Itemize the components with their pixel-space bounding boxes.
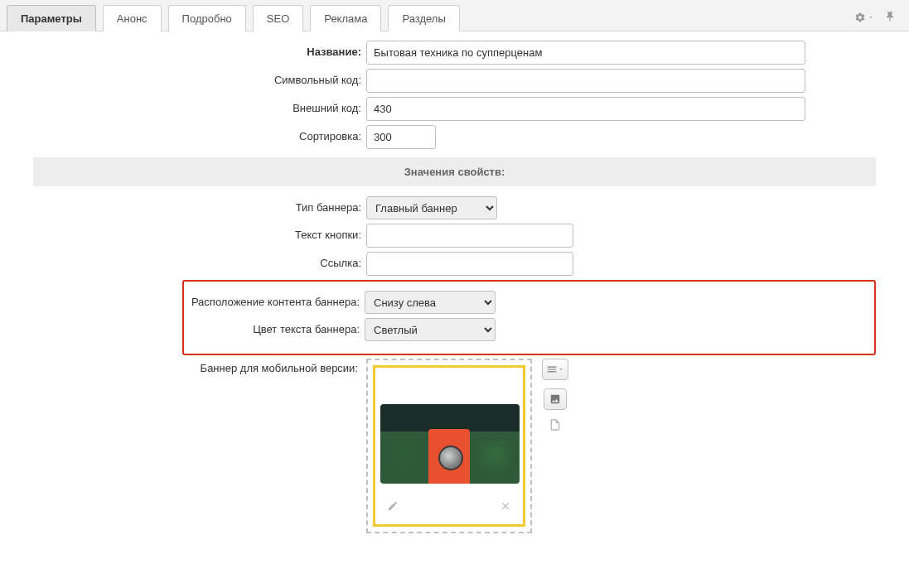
- banner-type-label: Тип баннера:: [0, 196, 366, 214]
- tabs-bar: Параметры Анонс Подробно SEO Реклама Раз…: [0, 0, 909, 31]
- banner-side-controls: [542, 359, 568, 435]
- pin-button[interactable]: [884, 11, 896, 25]
- banner-file-button[interactable]: [549, 418, 562, 435]
- text-color-select[interactable]: Светлый: [365, 318, 496, 341]
- menu-icon: [546, 364, 558, 375]
- banner-type-select[interactable]: Главный баннер: [366, 196, 497, 219]
- external-code-input[interactable]: [366, 97, 805, 121]
- banner-preview-frame: [373, 365, 525, 527]
- banner-menu-button[interactable]: [542, 359, 568, 380]
- settings-menu[interactable]: [854, 11, 874, 25]
- gear-icon: [854, 12, 866, 23]
- chevron-down-icon: [558, 366, 564, 373]
- delete-image-button[interactable]: [500, 500, 511, 514]
- button-text-label: Текст кнопки:: [0, 224, 366, 241]
- tab-seo[interactable]: SEO: [253, 5, 303, 31]
- tab-anons[interactable]: Анонс: [103, 5, 162, 31]
- mobile-banner-label: Баннер для мобильной версии:: [0, 359, 366, 374]
- mobile-banner-area: [366, 359, 568, 533]
- pin-icon: [884, 11, 896, 22]
- highlight-box: Расположение контента баннера: Снизу сле…: [182, 280, 876, 355]
- close-icon: [500, 500, 511, 512]
- tab-ad[interactable]: Реклама: [310, 5, 381, 31]
- tab-params[interactable]: Параметры: [7, 5, 96, 31]
- chevron-down-icon: [868, 14, 874, 21]
- text-color-label: Цвет текста баннера:: [184, 318, 365, 335]
- pencil-icon: [387, 500, 399, 512]
- section-header-props: Значения свойств:: [33, 157, 876, 186]
- button-text-input[interactable]: [366, 224, 573, 248]
- banner-image-button[interactable]: [544, 388, 567, 410]
- tab-sections[interactable]: Разделы: [388, 5, 459, 31]
- sort-input[interactable]: [366, 125, 436, 149]
- tabs-right-tools: [854, 11, 902, 25]
- banner-dropzone[interactable]: [366, 359, 532, 533]
- file-icon: [549, 418, 562, 431]
- content-position-select[interactable]: Снизу слева: [365, 291, 496, 314]
- content-position-label: Расположение контента баннера:: [184, 291, 365, 308]
- link-input[interactable]: [366, 252, 573, 276]
- symbol-code-label: Символьный код:: [0, 69, 366, 86]
- tab-detail[interactable]: Подробно: [168, 5, 246, 31]
- banner-thumbnail[interactable]: [380, 404, 520, 484]
- form-content: Название: Символьный код: Внешний код: С…: [0, 31, 909, 588]
- name-label: Название:: [0, 41, 366, 58]
- sort-label: Сортировка:: [0, 125, 366, 142]
- link-label: Ссылка:: [0, 252, 366, 269]
- picture-icon: [549, 393, 561, 405]
- symbol-code-input[interactable]: [366, 69, 805, 93]
- name-input[interactable]: [366, 41, 805, 65]
- edit-image-button[interactable]: [387, 500, 399, 514]
- external-code-label: Внешний код:: [0, 97, 366, 114]
